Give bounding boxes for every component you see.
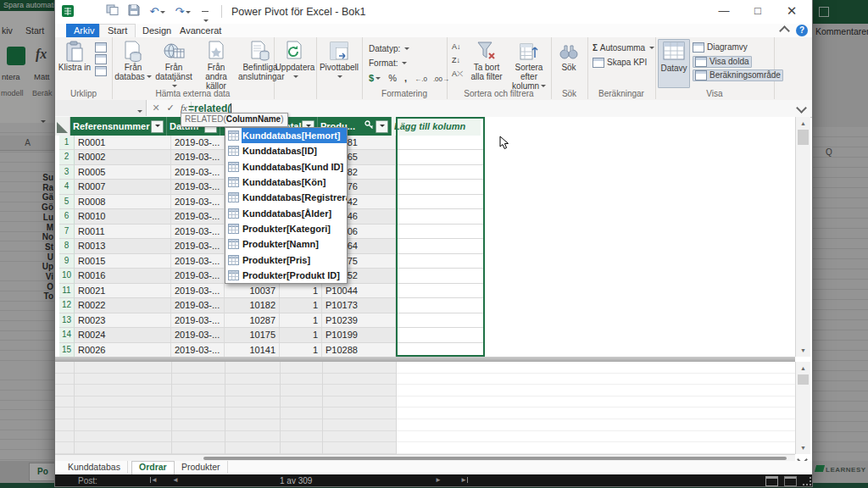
cell-produkt[interactable]: P10173 [322,298,396,313]
close-button[interactable]: ✕ [777,0,806,22]
cell-add[interactable] [396,225,485,239]
intellisense-item[interactable]: Kunddatabas[Kund ID] [225,159,347,175]
cell-produkt[interactable]: P10199 [322,328,396,342]
minimize-button[interactable]: — [709,0,738,22]
cell-add[interactable] [396,195,485,209]
expand-formula-bar-icon[interactable] [796,103,807,114]
cell-ref[interactable]: R0022 [75,298,171,313]
cell-ref[interactable]: R0005 [75,165,171,180]
cell-datum[interactable]: 2019-03-... [171,328,225,342]
cell-ref[interactable]: R0007 [75,180,171,194]
cell-datum[interactable]: 2019-03-... [171,269,225,283]
cell-rownum[interactable]: 10 [59,269,75,283]
intellisense-item[interactable]: Produkter[Namn] [225,236,347,252]
currency-button[interactable]: $ [369,73,374,83]
cell-rownum[interactable]: 15 [59,343,75,357]
cell-rownum[interactable]: 6 [59,209,75,224]
filter-produkt-icon[interactable] [376,120,388,133]
cell-add[interactable] [396,165,485,180]
cell-kund[interactable]: 10182 [225,298,280,313]
copy-icon[interactable] [95,66,107,76]
scroll-up-icon[interactable]: ▲ [796,118,810,129]
cell-kund[interactable]: 10037 [225,284,280,298]
cell-rownum[interactable]: 7 [59,225,75,239]
grid-scroll-thumb[interactable] [798,130,809,145]
maximize-button[interactable]: □ [743,0,772,22]
cell-datum[interactable]: 2019-03-... [171,209,225,224]
paste-button[interactable]: Klistra in [58,39,92,72]
cell-datum[interactable]: 2019-03-... [171,239,225,253]
cell-antal[interactable]: 1 [280,343,322,357]
datatype-dropdown[interactable]: Datatyp: [369,44,409,53]
switch-to-workbook-icon[interactable] [104,4,120,19]
cell-add[interactable] [396,298,485,313]
intellisense-item[interactable]: Kunddatabas[Registrerad] [225,190,347,205]
cell-add[interactable] [396,343,485,357]
cell-add[interactable] [396,136,485,150]
cell-ref[interactable]: R0001 [75,136,171,150]
sheet-tab-produkter[interactable]: Produkter [175,461,228,474]
increase-decimals-button[interactable]: ←.0 [415,75,427,83]
intellisense-item[interactable]: Kunddatabas[Kön] [225,175,347,190]
first-record-button[interactable]: ◄ [150,475,158,485]
cell-ref[interactable]: R0015 [75,254,171,269]
sort-az-button[interactable]: A↓ [452,42,461,51]
cancel-formula-button[interactable]: ✕ [149,100,163,116]
tab-arkiv[interactable]: Arkiv [66,24,102,37]
cell-datum[interactable]: 2019-03-... [171,165,225,180]
paste-append-icon[interactable] [95,54,107,64]
scroll-down-icon[interactable]: ▼ [796,345,810,356]
cell-rownum[interactable]: 2 [59,150,75,164]
statusbar-diagram-view-icon[interactable] [784,476,797,486]
currency-arrow-icon[interactable] [376,77,381,82]
autosum-button[interactable]: Σ Autosumma [593,43,654,53]
calc-scroll-down-icon[interactable]: ▼ [796,442,810,453]
cell-produkt[interactable]: P10239 [322,313,396,328]
cell-rownum[interactable]: 11 [59,284,75,298]
format-dropdown[interactable]: Format: [369,58,407,68]
sort-by-column-button[interactable]: Sortera efter kolumn [508,39,550,91]
sort-za-button[interactable]: Z↓ [452,56,460,64]
horizontal-scroll-thumb[interactable] [203,457,787,460]
cell-ref[interactable]: R0016 [75,269,171,283]
cell-rownum[interactable]: 5 [59,195,75,209]
tab-start[interactable]: Start [99,24,136,38]
resize-grip-icon[interactable] [803,477,811,485]
name-box[interactable] [55,100,147,116]
select-all-cell[interactable] [55,117,70,136]
cell-datum[interactable]: 2019-03-... [171,150,225,164]
intellisense-item[interactable]: Produkter[Kategori] [225,221,347,236]
cell-datum[interactable]: 2019-03-... [171,343,225,357]
calculation-area[interactable] [55,362,795,454]
cell-ref[interactable]: R0026 [75,343,171,357]
cell-ref[interactable]: R0010 [75,209,171,224]
intellisense-item[interactable]: Kunddatabas[Ålder] [225,205,347,220]
cell-rownum[interactable]: 9 [59,254,75,269]
cell-antal[interactable]: 1 [280,298,322,313]
collapse-ribbon-icon[interactable] [779,25,790,36]
cell-datum[interactable]: 2019-03-... [171,136,225,150]
from-other-sources-button[interactable]: Från andra källor [196,39,236,91]
next-record-button[interactable]: ► [435,475,442,485]
cell-add[interactable] [396,254,485,269]
previous-record-button[interactable]: ◄ [172,475,179,485]
cell-add[interactable] [396,313,485,328]
cell-rownum[interactable]: 14 [59,328,75,342]
undo-dropdown-icon[interactable] [160,11,165,16]
cell-datum[interactable]: 2019-03-... [171,195,225,209]
cell-ref[interactable]: R0021 [75,284,171,298]
cell-rownum[interactable]: 1 [59,136,75,150]
cell-antal[interactable]: 1 [280,284,322,298]
save-button[interactable] [126,4,142,19]
cell-rownum[interactable]: 8 [59,239,75,253]
cell-add[interactable] [396,284,485,298]
clear-sort-button[interactable]: A⤬ [452,69,463,79]
diagram-view-button[interactable]: Diagramvy [693,42,748,53]
cell-ref[interactable]: R0013 [75,239,171,253]
filter-referensnummer-icon[interactable] [151,120,164,133]
cell-datum[interactable]: 2019-03-... [171,298,225,313]
cell-datum[interactable]: 2019-03-... [171,225,225,239]
statusbar-grid-view-icon[interactable] [765,476,778,486]
cell-antal[interactable]: 1 [280,328,322,342]
cell-datum[interactable]: 2019-03-... [171,180,225,194]
